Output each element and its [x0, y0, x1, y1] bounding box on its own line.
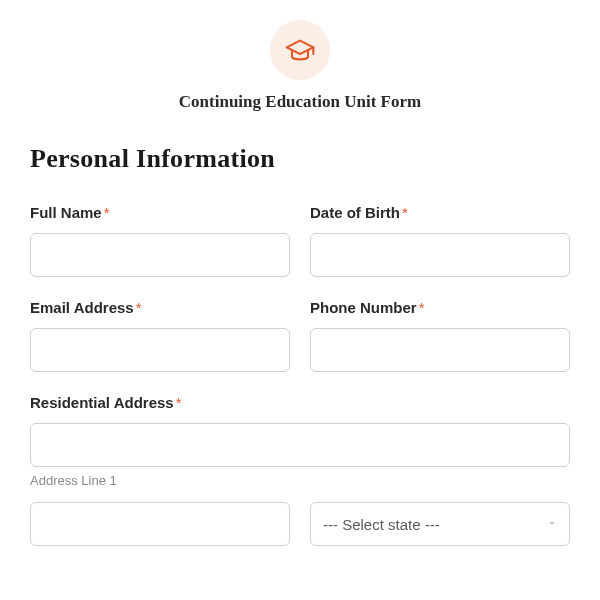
required-indicator: * [176, 394, 182, 411]
address-line1-sublabel: Address Line 1 [30, 473, 570, 488]
state-select[interactable]: --- Select state --- [310, 502, 570, 546]
full-name-label: Full Name* [30, 204, 290, 221]
phone-label: Phone Number* [310, 299, 570, 316]
graduation-cap-icon [270, 20, 330, 80]
email-input[interactable] [30, 328, 290, 372]
address-line1-input[interactable] [30, 423, 570, 467]
state-select-placeholder: --- Select state --- [323, 516, 440, 533]
form-header: Continuing Education Unit Form [30, 20, 570, 112]
required-indicator: * [136, 299, 142, 316]
email-label: Email Address* [30, 299, 290, 316]
full-name-input[interactable] [30, 233, 290, 277]
form-title: Continuing Education Unit Form [30, 92, 570, 112]
address-city-input[interactable] [30, 502, 290, 546]
required-indicator: * [402, 204, 408, 221]
required-indicator: * [419, 299, 425, 316]
required-indicator: * [104, 204, 110, 221]
dob-input[interactable] [310, 233, 570, 277]
dob-label: Date of Birth* [310, 204, 570, 221]
phone-input[interactable] [310, 328, 570, 372]
address-label: Residential Address* [30, 394, 570, 411]
section-heading-personal-info: Personal Information [30, 144, 570, 174]
